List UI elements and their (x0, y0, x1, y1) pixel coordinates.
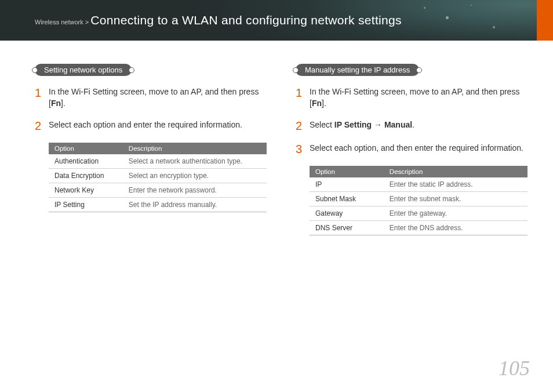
table-header: Description (384, 166, 527, 177)
step-text: In the Wi-Fi Setting screen, move to an … (49, 86, 267, 109)
section-heading-left: Setting network options (35, 64, 132, 76)
table-header: Option (310, 166, 384, 177)
table-row: IP SettingSet the IP address manually. (49, 198, 267, 212)
fn-key: Fn (51, 99, 61, 108)
step-number: 2 (296, 119, 310, 132)
table-row: DNS ServerEnter the DNS address. (310, 221, 527, 235)
step-item: 1 In the Wi-Fi Setting screen, move to a… (35, 86, 267, 109)
step-number: 2 (35, 119, 49, 132)
page-number: 105 (499, 356, 530, 380)
table-row: AuthenticationSelect a network authentic… (49, 154, 267, 169)
section-heading-right: Manually setting the IP address (296, 64, 419, 76)
table-header: Description (123, 143, 267, 154)
breadcrumb-prefix: Wireless network > (35, 19, 90, 26)
step-text: Select each option, and then enter the r… (310, 143, 523, 155)
right-column: Manually setting the IP address 1 In the… (296, 64, 527, 244)
step-item: 1 In the Wi-Fi Setting screen, move to a… (296, 86, 527, 109)
page-header: Wireless network > Connecting to a WLAN … (0, 0, 553, 41)
breadcrumb: Wireless network > Connecting to a WLAN … (35, 13, 402, 27)
table-row: Data EncryptionSelect an encryption type… (49, 169, 267, 183)
step-item: 3 Select each option, and then enter the… (296, 143, 527, 155)
step-text: In the Wi-Fi Setting screen, move to an … (310, 86, 527, 109)
step-item: 2 Select IP Setting → Manual. (296, 119, 527, 132)
step-text: Select IP Setting → Manual. (310, 119, 414, 132)
table-header: Option (49, 143, 123, 154)
left-column: Setting network options 1 In the Wi-Fi S… (35, 64, 267, 244)
table-row: Subnet MaskEnter the subnet mask. (310, 192, 527, 206)
fn-key: Fn (312, 99, 322, 108)
table-row: IPEnter the static IP address. (310, 177, 527, 192)
content-area: Setting network options 1 In the Wi-Fi S… (0, 41, 553, 244)
options-table-left: Option Description AuthenticationSelect … (49, 143, 267, 212)
step-number: 1 (35, 86, 49, 109)
table-row: Network KeyEnter the network password. (49, 183, 267, 198)
step-number: 3 (296, 143, 310, 155)
step-text: Select each option and enter the require… (49, 119, 242, 132)
options-table-right: Option Description IPEnter the static IP… (310, 166, 527, 235)
step-item: 2 Select each option and enter the requi… (35, 119, 267, 132)
page-title: Connecting to a WLAN and configuring net… (90, 13, 402, 27)
step-number: 1 (296, 86, 310, 109)
table-row: GatewayEnter the gateway. (310, 206, 527, 221)
